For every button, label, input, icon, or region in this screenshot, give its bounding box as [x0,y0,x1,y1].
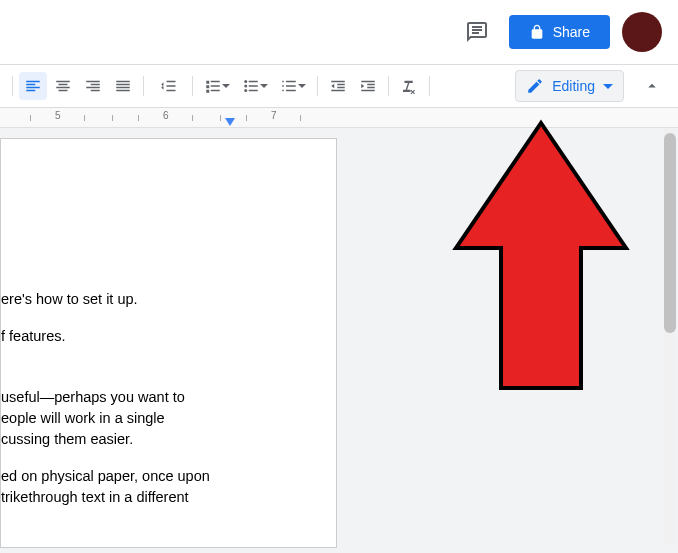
align-left-button[interactable] [19,72,47,100]
separator [192,76,193,96]
doc-text: f features. [1,326,318,347]
separator [388,76,389,96]
svg-point-0 [244,80,247,83]
share-button[interactable]: Share [509,15,610,49]
svg-point-2 [244,89,247,92]
align-right-button[interactable] [79,72,107,100]
editing-label: Editing [552,78,595,94]
ruler-mark: 6 [163,110,169,121]
share-label: Share [553,24,590,40]
comment-history-button[interactable] [457,12,497,52]
align-center-button[interactable] [49,72,77,100]
ruler[interactable]: 5 6 7 [0,108,678,128]
doc-text: useful—perhaps you want to eople will wo… [1,387,318,450]
svg-point-1 [244,85,247,88]
numbered-list-button[interactable] [275,77,311,95]
separator [429,76,430,96]
ruler-mark: 5 [55,110,61,121]
toolbar: Editing [0,64,678,108]
separator [12,76,13,96]
document-area: ere's how to set it up. f features. usef… [0,128,678,553]
line-spacing-button[interactable] [150,77,186,95]
vertical-scrollbar[interactable] [664,128,676,543]
align-justify-button[interactable] [109,72,137,100]
collapse-toolbar-button[interactable] [634,68,670,104]
document-page[interactable]: ere's how to set it up. f features. usef… [0,138,337,548]
doc-text: ed on physical paper, once upon trikethr… [1,466,318,508]
checklist-button[interactable] [199,77,235,95]
clear-formatting-button[interactable] [395,72,423,100]
increase-indent-button[interactable] [354,72,382,100]
ruler-mark: 7 [271,110,277,121]
bulleted-list-button[interactable] [237,77,273,95]
avatar[interactable] [622,12,662,52]
decrease-indent-button[interactable] [324,72,352,100]
separator [317,76,318,96]
separator [143,76,144,96]
top-header: Share [0,0,678,64]
scrollbar-thumb[interactable] [664,133,676,333]
indent-marker[interactable] [225,118,235,126]
editing-mode-button[interactable]: Editing [515,70,624,102]
doc-text: ere's how to set it up. [1,289,318,310]
